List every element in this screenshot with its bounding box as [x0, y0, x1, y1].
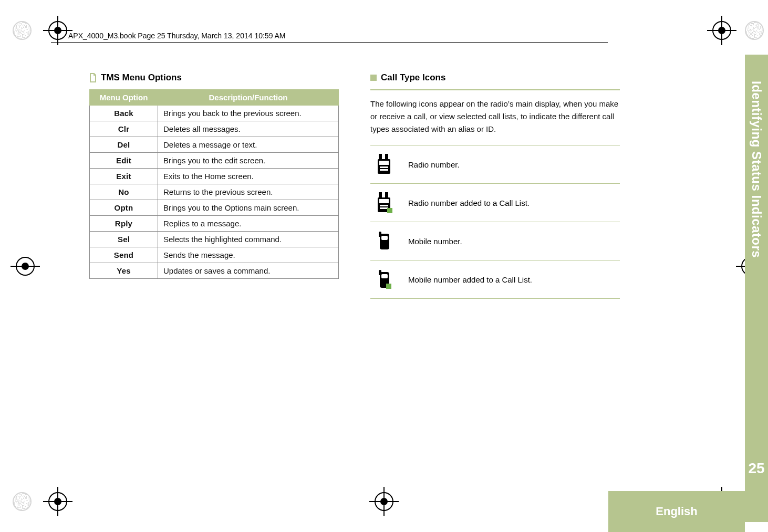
icon-desc: Mobile number added to a Call List.	[402, 260, 620, 299]
table-row: YesUpdates or saves a command.	[90, 263, 339, 279]
col-menu-option: Menu Option	[90, 90, 158, 106]
crop-mark-icon	[48, 492, 67, 511]
opt-rply: Rply	[90, 216, 158, 232]
table-row: SelSelects the highlighted command.	[90, 232, 339, 247]
radio-icon	[377, 155, 391, 174]
desc: Brings you back to the previous screen.	[158, 106, 339, 121]
desc: Returns to the previous screen.	[158, 184, 339, 200]
icon-desc: Radio number.	[402, 145, 620, 184]
table-row: OptnBrings you to the Options main scree…	[90, 200, 339, 216]
mobile-icon	[377, 232, 390, 251]
opt-no: No	[90, 184, 158, 200]
opt-edit: Edit	[90, 153, 158, 169]
opt-del: Del	[90, 137, 158, 153]
mobile-in-list-icon	[377, 270, 390, 289]
col-description: Description/Function	[158, 90, 339, 106]
icon-desc: Mobile number.	[402, 222, 620, 260]
tms-section-title: TMS Menu Options	[101, 72, 182, 83]
square-bullet-icon	[370, 75, 377, 81]
opt-exit: Exit	[90, 169, 158, 184]
side-tab-title: Identifying Status Indicators	[749, 81, 764, 396]
language-block: English	[608, 491, 745, 532]
call-type-section-title: Call Type Icons	[381, 72, 445, 83]
crop-mark-icon	[375, 492, 393, 511]
table-row: SendSends the message.	[90, 247, 339, 263]
printer-registration-icon	[13, 21, 32, 40]
opt-yes: Yes	[90, 263, 158, 279]
desc: Exits to the Home screen.	[158, 169, 339, 184]
list-item: Mobile number added to a Call List.	[370, 260, 620, 299]
table-row: RplyReplies to a message.	[90, 216, 339, 232]
desc: Deletes all messages.	[158, 121, 339, 137]
table-row: ExitExits to the Home screen.	[90, 169, 339, 184]
icon-desc: Radio number added to a Call List.	[402, 184, 620, 222]
desc: Sends the message.	[158, 247, 339, 263]
language-label: English	[656, 505, 697, 518]
tms-menu-table: Menu Option Description/Function BackBri…	[89, 89, 339, 279]
table-row: BackBrings you back to the previous scre…	[90, 106, 339, 121]
opt-back: Back	[90, 106, 158, 121]
desc: Updates or saves a command.	[158, 263, 339, 279]
desc: Replies to a message.	[158, 216, 339, 232]
section-rule	[370, 89, 620, 90]
page-icon	[89, 73, 97, 82]
opt-optn: Optn	[90, 200, 158, 216]
opt-sel: Sel	[90, 232, 158, 247]
call-type-intro: The following icons appear on the radio’…	[370, 98, 620, 135]
table-row: DelDeletes a message or text.	[90, 137, 339, 153]
printer-registration-icon	[745, 21, 764, 40]
printer-registration-icon	[13, 492, 32, 511]
table-row: EditBrings you to the edit screen.	[90, 153, 339, 169]
header-rule	[51, 42, 608, 43]
call-type-table: Radio number. Radio number added to a Ca…	[370, 145, 620, 299]
page-number: 25	[745, 460, 768, 477]
crop-mark-icon	[16, 257, 35, 276]
table-row: ClrDeletes all messages.	[90, 121, 339, 137]
list-item: Radio number added to a Call List.	[370, 184, 620, 222]
side-tab: Identifying Status Indicators 25	[745, 55, 768, 522]
crop-mark-icon	[48, 21, 67, 40]
crop-mark-icon	[712, 21, 731, 40]
list-item: Radio number.	[370, 145, 620, 184]
desc: Deletes a message or text.	[158, 137, 339, 153]
radio-in-list-icon	[377, 193, 391, 212]
desc: Brings you to the edit screen.	[158, 153, 339, 169]
opt-clr: Clr	[90, 121, 158, 137]
desc: Brings you to the Options main screen.	[158, 200, 339, 216]
opt-send: Send	[90, 247, 158, 263]
table-row: NoReturns to the previous screen.	[90, 184, 339, 200]
list-item: Mobile number.	[370, 222, 620, 260]
desc: Selects the highlighted command.	[158, 232, 339, 247]
page-header-note: APX_4000_M3.book Page 25 Thursday, March…	[68, 32, 286, 40]
